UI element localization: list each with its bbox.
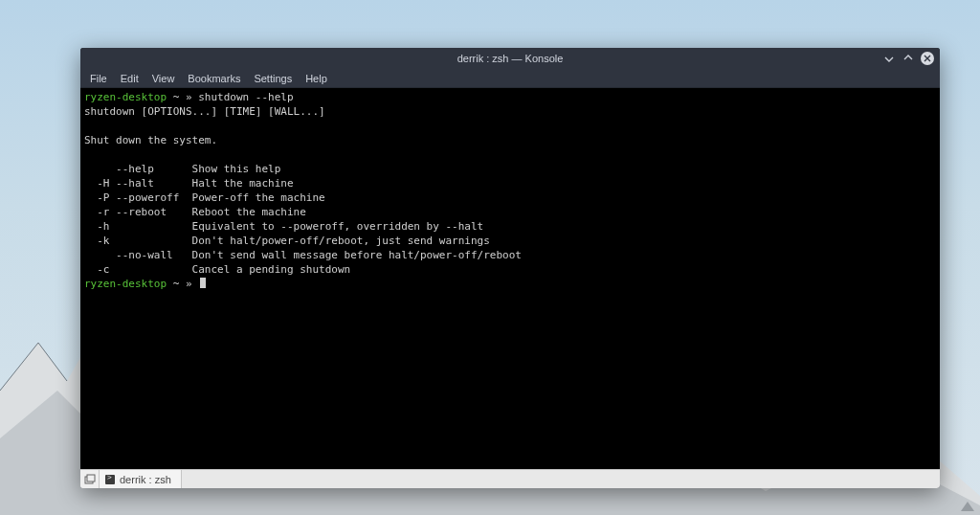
tab-active[interactable]: derrik : zsh [100,470,182,488]
tab-label: derrik : zsh [120,474,171,485]
maximize-button[interactable] [902,52,915,65]
terminal-output: shutdown [OPTIONS...] [TIME] [WALL...] S… [84,105,522,276]
menu-file[interactable]: File [84,71,113,86]
menu-help[interactable]: Help [300,71,333,86]
command-text: shutdown --help [198,91,293,103]
window-titlebar[interactable]: derrik : zsh — Konsole [80,48,940,69]
menubar: File Edit View Bookmarks Settings Help [80,69,940,88]
new-tab-button[interactable] [80,470,100,488]
tabbar: derrik : zsh [80,469,940,488]
new-tab-icon [84,474,96,485]
menu-view[interactable]: View [146,71,181,86]
prompt-host: ryzen-desktop [84,91,167,103]
window-title: derrik : zsh — Konsole [80,53,940,64]
svg-rect-1 [87,475,95,481]
konsole-window: derrik : zsh — Konsole File Edit View Bo… [80,48,940,488]
menu-edit[interactable]: Edit [115,71,145,86]
terminal-icon [105,475,115,484]
desktop-corner-icon [959,496,976,513]
prompt-host-2: ryzen-desktop [84,278,167,290]
window-controls [882,52,940,65]
prompt-suffix-2: ~ » [167,278,198,290]
menu-bookmarks[interactable]: Bookmarks [182,71,246,86]
terminal-cursor [200,278,206,288]
close-button[interactable] [921,52,934,65]
terminal-viewport[interactable]: ryzen-desktop ~ » shutdown --help shutdo… [80,88,940,469]
minimize-button[interactable] [882,52,896,65]
prompt-suffix: ~ » [167,91,198,103]
menu-settings[interactable]: Settings [248,71,298,86]
